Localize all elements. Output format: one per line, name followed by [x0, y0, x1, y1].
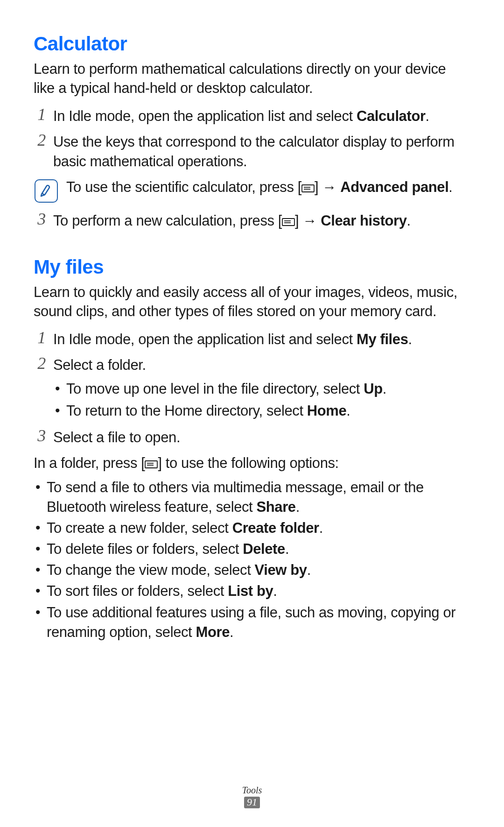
sub-text: To move up one level in the file directo… [66, 381, 364, 397]
note-text: To use the scientific calculator, press … [66, 177, 453, 198]
note-text-part: . [448, 179, 452, 195]
section-heading-calculator: Calculator [34, 33, 470, 55]
opt-text: To change the view mode, select [47, 562, 255, 578]
opt-text: . [230, 624, 233, 640]
step-text: Select a folder. [53, 357, 146, 373]
steps-list: 3 To perform a new calculation, press []… [34, 211, 470, 232]
steps-list: 1 In Idle mode, open the application lis… [34, 330, 470, 447]
step-number: 3 [35, 208, 49, 230]
note-callout: To use the scientific calculator, press … [34, 177, 470, 203]
note-text-part: ] → [315, 179, 340, 195]
menu-key-icon [145, 454, 158, 474]
page-footer: Tools 91 [0, 785, 504, 808]
step-item: 3 To perform a new calculation, press []… [34, 211, 470, 232]
step-number: 3 [35, 424, 49, 447]
step-text: In Idle mode, open the application list … [53, 331, 357, 347]
opt-text: . [319, 520, 323, 536]
opt-text: . [307, 562, 311, 578]
option-item: To change the view mode, select View by. [34, 560, 470, 580]
sub-bold: Up [364, 381, 383, 397]
opt-text: To sort files or folders, select [47, 583, 228, 599]
step-number: 1 [35, 326, 49, 349]
option-item: To sort files or folders, select List by… [34, 581, 470, 601]
option-item: To use additional features using a file,… [34, 603, 470, 642]
step-bold: My files [357, 331, 408, 347]
body-text-part: In a folder, press [ [34, 455, 145, 471]
step-item: 1 In Idle mode, open the application lis… [34, 106, 470, 126]
sub-item: To return to the Home directory, select … [53, 401, 470, 421]
svg-rect-3 [282, 219, 294, 226]
step-text: ] → [295, 212, 321, 229]
option-item: To delete files or folders, select Delet… [34, 539, 470, 559]
manual-page: Calculator Learn to perform mathematical… [0, 0, 504, 827]
note-bold: Advanced panel [340, 179, 448, 195]
step-text: Select a file to open. [53, 429, 180, 445]
step-item: 2 Select a folder. To move up one level … [34, 355, 470, 421]
step-item: 1 In Idle mode, open the application lis… [34, 330, 470, 349]
section-heading-myfiles: My files [34, 256, 470, 278]
opt-bold: List by [228, 583, 273, 599]
step-number: 2 [35, 129, 49, 151]
opt-bold: Create folder [232, 520, 319, 536]
option-item: To create a new folder, select Create fo… [34, 518, 470, 538]
step-text: . [426, 108, 429, 124]
svg-rect-0 [302, 185, 314, 192]
step-bold: Calculator [357, 108, 426, 124]
opt-text: . [296, 499, 300, 515]
sub-item: To move up one level in the file directo… [53, 379, 470, 399]
menu-key-icon [282, 212, 295, 232]
step-text: . [407, 212, 411, 229]
section-intro: Learn to quickly and easily access all o… [34, 283, 470, 321]
step-text: In Idle mode, open the application list … [53, 108, 357, 124]
step-number: 2 [35, 352, 49, 375]
option-item: To send a file to others via multimedia … [34, 478, 470, 517]
sub-text: . [346, 403, 350, 419]
body-text: In a folder, press [] to use the followi… [34, 453, 470, 474]
opt-bold: More [196, 624, 230, 640]
step-text: Use the keys that correspond to the calc… [53, 134, 455, 170]
steps-list: 1 In Idle mode, open the application lis… [34, 106, 470, 171]
opt-text: To delete files or folders, select [47, 541, 243, 557]
note-text-part: To use the scientific calculator, press … [66, 179, 301, 195]
body-text-part: ] to use the following options: [158, 455, 338, 471]
opt-bold: View by [255, 562, 307, 578]
svg-rect-6 [145, 461, 157, 468]
step-number: 1 [35, 103, 49, 126]
sub-list: To move up one level in the file directo… [53, 379, 470, 421]
sub-text: To return to the Home directory, select [66, 403, 307, 419]
step-bold: Clear history [321, 212, 406, 229]
menu-key-icon [301, 178, 315, 198]
opt-text: To use additional features using a file,… [47, 604, 455, 640]
opt-bold: Delete [243, 541, 285, 557]
page-number: 91 [244, 797, 260, 808]
step-text: To perform a new calculation, press [ [53, 212, 282, 229]
sub-bold: Home [307, 403, 347, 419]
footer-section-label: Tools [0, 785, 504, 796]
note-icon [35, 179, 58, 203]
opt-text: To send a file to others via multimedia … [47, 479, 424, 515]
opt-bold: Share [257, 499, 296, 515]
step-item: 2 Use the keys that correspond to the ca… [34, 132, 470, 171]
opt-text: . [273, 583, 277, 599]
step-text: . [408, 331, 412, 347]
sub-text: . [383, 381, 386, 397]
options-list: To send a file to others via multimedia … [34, 478, 470, 642]
step-item: 3 Select a file to open. [34, 428, 470, 447]
opt-text: To create a new folder, select [47, 520, 232, 536]
section-intro: Learn to perform mathematical calculatio… [34, 60, 470, 98]
opt-text: . [285, 541, 289, 557]
